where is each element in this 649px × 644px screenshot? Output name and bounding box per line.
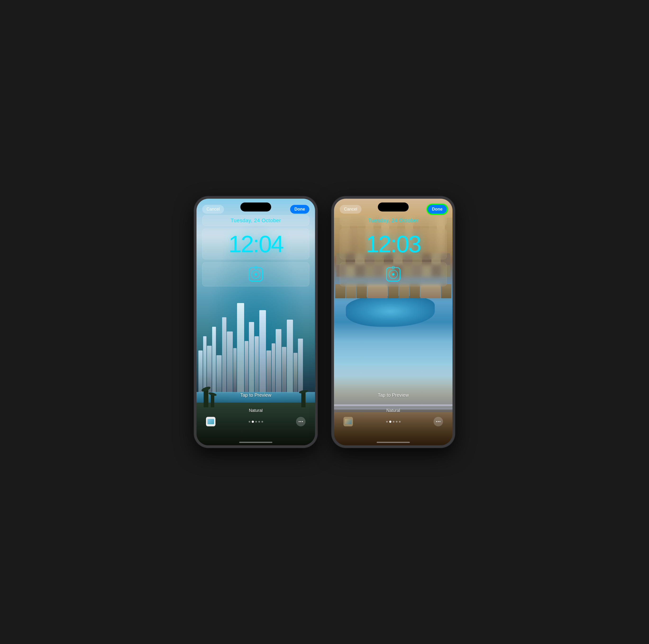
watch-face-right: [389, 270, 398, 279]
filter-name-right: Natural: [386, 408, 400, 413]
phone-right-frame: Cancel Done Tuesday, 24 October 12:03: [332, 196, 455, 448]
watch-icon-left: [249, 267, 263, 281]
more-dot-2-right: [438, 421, 439, 422]
page-dots-left: [249, 420, 263, 423]
cancel-button-left[interactable]: Cancel: [202, 205, 224, 214]
dot-1-right: [386, 421, 388, 422]
more-dot-1-left: [299, 421, 300, 422]
wallpaper-icon-left[interactable]: [206, 417, 215, 426]
wallpaper-thumbnail-left: [207, 419, 214, 424]
dot-2-left: [252, 420, 254, 423]
page-dots-right: [386, 420, 401, 423]
watch-widget-left: [202, 262, 309, 286]
dynamic-island-left: [241, 202, 271, 211]
watch-dot-left: [255, 273, 257, 276]
bottom-controls-left: Natural: [197, 408, 315, 426]
more-dot-3-right: [439, 421, 440, 422]
dot-1-left: [249, 421, 250, 422]
watch-face-left: [251, 270, 260, 279]
more-dot-2-left: [300, 421, 301, 422]
dots-row-right: [334, 417, 452, 426]
dot-4-right: [396, 421, 397, 422]
more-dot-1-right: [436, 421, 437, 422]
bottom-controls-right: Natural: [334, 408, 452, 426]
phone-left-frame: Cancel Done Tuesday, 24 October 12:04: [194, 196, 317, 448]
more-button-left[interactable]: [296, 417, 306, 426]
phone-left: Cancel Done Tuesday, 24 October 12:04: [194, 196, 317, 448]
watch-icon-right: [386, 267, 400, 281]
tap-to-preview-left[interactable]: Tap to Preview: [197, 393, 315, 398]
dot-2-right: [389, 420, 391, 423]
more-dot-3-left: [302, 421, 303, 422]
more-button-right[interactable]: [434, 417, 443, 426]
time-text-right: 12:03: [366, 231, 421, 257]
watch-widget-right: [340, 262, 447, 286]
dot-5-right: [399, 421, 401, 422]
time-text-left: 12:04: [228, 231, 283, 257]
time-widget-left: 12:04: [202, 229, 309, 259]
date-text-left: Tuesday, 24 October: [231, 217, 281, 224]
dynamic-island-right: [378, 202, 408, 211]
dot-5-left: [261, 421, 263, 422]
wallpaper-icon-right[interactable]: [343, 417, 353, 426]
done-button-right[interactable]: Done: [428, 205, 447, 214]
dot-4-left: [258, 421, 260, 422]
tap-to-preview-right[interactable]: Tap to Preview: [334, 393, 452, 398]
phone-right: Cancel Done Tuesday, 24 October 12:03: [332, 196, 455, 448]
cancel-button-right[interactable]: Cancel: [340, 205, 361, 214]
dot-3-left: [255, 421, 257, 422]
home-indicator-left: [239, 442, 272, 443]
lockscreen-right: Tuesday, 24 October 12:03: [334, 215, 452, 286]
date-text-right: Tuesday, 24 October: [368, 217, 419, 224]
phone-comparison: Cancel Done Tuesday, 24 October 12:04: [194, 196, 455, 448]
home-indicator-right: [377, 442, 410, 443]
watch-dot-right: [392, 273, 394, 276]
dot-3-right: [393, 421, 394, 422]
filter-name-left: Natural: [249, 408, 263, 413]
time-widget-right: 12:03: [340, 229, 447, 259]
lockscreen-left: Tuesday, 24 October 12:04: [197, 215, 315, 286]
dots-row-left: [197, 417, 315, 426]
done-button-left[interactable]: Done: [290, 205, 309, 214]
wallpaper-thumbnail-right: [345, 419, 351, 424]
